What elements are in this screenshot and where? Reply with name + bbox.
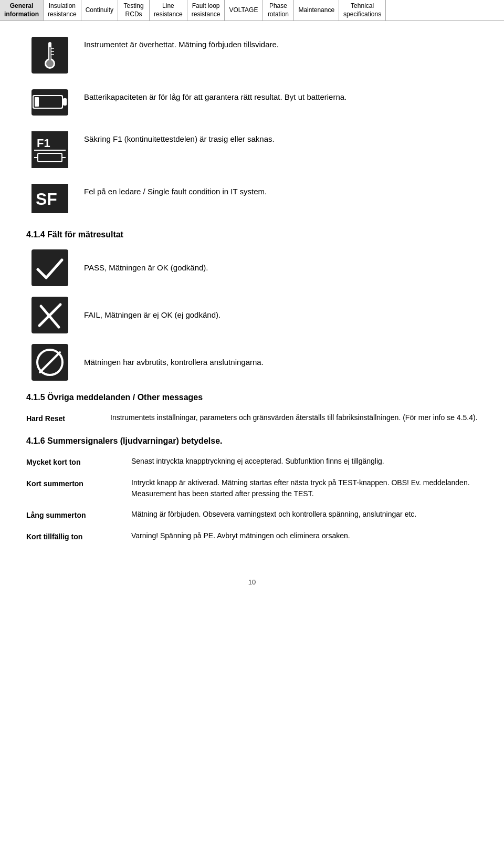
signal-short-sum-row: Kort summerton Intryckt knapp är aktiver… (26, 477, 478, 499)
abort-icon (26, 344, 74, 381)
abort-svg (32, 344, 68, 381)
very-short-tone-desc: Senast intryckta knapptryckning ej accep… (131, 456, 478, 467)
main-content: Instrumentet är överhettat. Mätning förb… (0, 21, 504, 568)
warning-sf-text: Fel på en ledare / Single fault conditio… (84, 184, 478, 198)
nav-item-continuity[interactable]: Continuity (81, 0, 118, 20)
svg-point-3 (46, 60, 54, 67)
signal-short-temp-row: Kort tillfällig ton Varning! Spänning på… (26, 530, 478, 542)
nav-item-line-resistance[interactable]: Lineresistance (150, 0, 187, 20)
warning-sf-icon: SF (26, 184, 74, 213)
hard-reset-label: Hard Reset (26, 412, 110, 424)
navigation-bar: Generalinformation Insulationresistance … (0, 0, 504, 21)
svg-rect-2 (49, 47, 51, 62)
warning-f1-text: Säkring F1 (kontinuitettestdelen) är tra… (84, 131, 478, 145)
messages-table: Hard Reset Instrumentets inställningar, … (26, 412, 478, 424)
f1-svg: F1 (32, 131, 68, 168)
short-summerton-label: Kort summerton (26, 477, 131, 489)
message-hard-reset-row: Hard Reset Instrumentets inställningar, … (26, 412, 478, 424)
fail-x-svg (32, 297, 68, 333)
nav-item-fault-loop-resistance[interactable]: Fault loopresistance (187, 0, 225, 20)
page-number: 10 (0, 568, 504, 591)
pass-check-svg (32, 249, 68, 286)
result-pass-row: PASS, Mätningen är OK (godkänd). (26, 249, 478, 286)
section-414-heading: 4.1.4 Fält för mätresultat (26, 228, 478, 241)
nav-item-general-information[interactable]: Generalinformation (0, 0, 44, 20)
pass-text: PASS, Mätningen är OK (godkänd). (84, 262, 478, 274)
nav-item-voltage[interactable]: VOLTAGE (225, 0, 262, 20)
warning-overheat-text: Instrumentet är överhettat. Mätning förb… (84, 37, 478, 51)
abort-text: Mätningen har avbrutits, kontrollera ans… (84, 357, 478, 369)
section-415-heading: 4.1.5 Övriga meddelanden / Other message… (26, 391, 478, 404)
result-fail-row: FAIL, Mätningen är ej OK (ej godkänd). (26, 297, 478, 333)
nav-item-maintenance[interactable]: Maintenance (294, 0, 339, 20)
svg-rect-19 (32, 249, 68, 286)
short-summerton-desc: Intryckt knapp är aktiverad. Mätning sta… (131, 477, 478, 499)
warning-f1-row: F1 Säkring F1 (kontinuitettestdelen) är … (26, 131, 478, 168)
warning-battery-row: Batterikapaciteten är för låg för att ga… (26, 89, 478, 116)
f1-icon: F1 (32, 131, 68, 168)
warning-battery-text: Batterikapaciteten är för låg för att ga… (84, 89, 478, 103)
very-short-tone-label: Mycket kort ton (26, 456, 131, 468)
signals-table: Mycket kort ton Senast intryckta knapptr… (26, 456, 478, 542)
nav-item-insulation-resistance[interactable]: Insulationresistance (44, 0, 81, 20)
nav-item-phase-rotation[interactable]: Phaserotation (262, 0, 294, 20)
svg-rect-10 (35, 97, 39, 107)
signal-very-short-row: Mycket kort ton Senast intryckta knapptr… (26, 456, 478, 468)
svg-rect-8 (63, 98, 67, 106)
warning-f1-icon: F1 (26, 131, 74, 168)
nav-item-technical-specifications[interactable]: Tehnicalspecifications (339, 0, 386, 20)
long-summerton-label: Lång summerton (26, 509, 131, 521)
warning-sf-row: SF Fel på en ledare / Single fault condi… (26, 184, 478, 213)
short-temp-tone-desc: Varning! Spänning på PE. Avbryt mätninge… (131, 530, 478, 541)
sf-icon: SF (32, 184, 68, 213)
thermometer-svg (39, 41, 60, 70)
section-416-heading: 4.1.6 Summersignalers (ljudvarningar) be… (26, 435, 478, 447)
short-temp-tone-label: Kort tillfällig ton (26, 530, 131, 542)
fail-text: FAIL, Mätningen är ej OK (ej godkänd). (84, 309, 478, 321)
battery-svg (32, 93, 68, 112)
warning-battery-icon (26, 89, 74, 116)
warning-overheat-row: Instrumentet är överhettat. Mätning förb… (26, 37, 478, 74)
svg-text:SF: SF (36, 190, 57, 208)
result-abort-row: Mätningen har avbrutits, kontrollera ans… (26, 344, 478, 381)
pass-icon (26, 249, 74, 286)
thermometer-icon (32, 37, 68, 74)
hard-reset-desc: Instrumentets inställningar, parameters … (110, 412, 478, 423)
battery-icon (32, 89, 68, 116)
signal-long-sum-row: Lång summerton Mätning är förbjuden. Obs… (26, 509, 478, 521)
svg-text:F1: F1 (37, 137, 50, 150)
fail-icon (26, 297, 74, 333)
long-summerton-desc: Mätning är förbjuden. Obsevera varningst… (131, 509, 478, 520)
warning-overheat-icon (26, 37, 74, 74)
nav-item-testing-rcds[interactable]: TestingRCDs (118, 0, 150, 20)
sf-svg: SF (32, 184, 68, 213)
